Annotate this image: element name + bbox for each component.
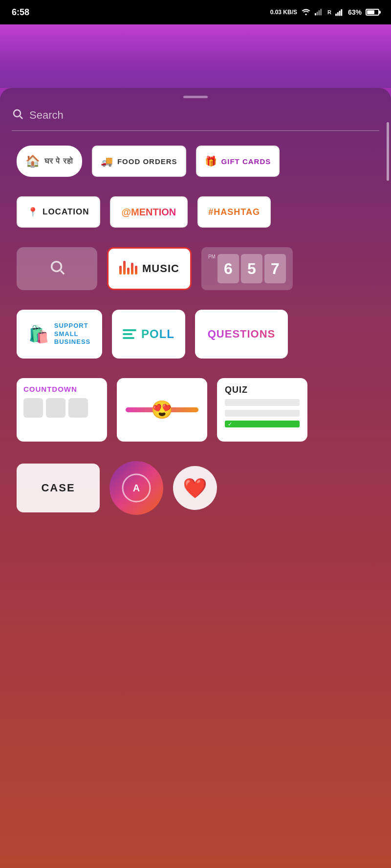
sticker-countdown[interactable]: COUNTDOWN: [17, 378, 107, 442]
check-icon: ✓: [228, 421, 232, 427]
wifi-icon: [301, 8, 311, 17]
sticker-heart[interactable]: ❤️: [173, 466, 217, 510]
scroll-indicator[interactable]: [387, 122, 389, 181]
gift-label: GIFT CARDS: [221, 157, 271, 166]
time-display: 6:58: [12, 7, 29, 18]
poll-label: POLL: [141, 327, 174, 341]
quiz-label: QUIZ: [225, 385, 300, 395]
search-sticker-icon: [49, 259, 65, 279]
status-bar: 6:58 0.03 KB/S R 63%: [0, 0, 391, 24]
network-speed: 0.03 KB/S: [270, 9, 297, 16]
top-background: [0, 24, 391, 88]
battery-icon: [366, 9, 379, 16]
sticker-time[interactable]: PM 6 5 7: [201, 247, 293, 290]
countdown-tile-3: [68, 398, 88, 418]
location-icon: 📍: [27, 207, 39, 217]
sticker-case[interactable]: CASE: [17, 464, 100, 512]
sticker-row-3: MUSIC PM 6 5 7: [12, 247, 379, 290]
search-icon: [12, 108, 23, 123]
svg-rect-4: [320, 9, 322, 16]
svg-point-9: [14, 110, 21, 117]
countdown-tile-2: [46, 398, 65, 418]
quiz-option-2: [225, 410, 300, 417]
quiz-option-correct: ✓: [225, 421, 300, 427]
hashtag-label: #HASHTAG: [208, 207, 260, 217]
svg-rect-2: [317, 12, 318, 16]
svg-rect-8: [341, 9, 342, 16]
sticker-support-small-business[interactable]: 🛍️ SUPPORTSMALLBUSINESS: [17, 310, 102, 359]
time-hour: 6: [217, 254, 239, 283]
sticker-hashtag[interactable]: #HASHTAG: [197, 196, 271, 228]
sticker-food-orders[interactable]: 🚚 FOOD ORDERS: [92, 146, 186, 177]
battery-percent: 63%: [348, 8, 362, 16]
svg-line-12: [61, 271, 64, 274]
circle-inner-icon: A: [122, 473, 151, 503]
svg-rect-6: [337, 12, 339, 16]
sticker-grid: 🏠 घर पे रहो 🚚 FOOD ORDERS 🎁 GIFT CARDS: [12, 146, 379, 525]
food-label: FOOD ORDERS: [117, 157, 177, 166]
signal-r-icon: R: [327, 9, 331, 15]
countdown-tile-1: [23, 398, 43, 418]
search-bar[interactable]: Search: [12, 108, 379, 131]
svg-line-10: [20, 116, 22, 119]
svg-text:A: A: [133, 483, 140, 493]
time-min2: 7: [264, 254, 286, 283]
case-label: CASE: [41, 482, 75, 494]
main-content: Search 🏠 घर पे रहो 🚚 FOOD ORDERS 🎁: [0, 24, 391, 868]
sticker-quiz[interactable]: QUIZ ✓: [217, 378, 307, 442]
svg-rect-3: [319, 10, 320, 16]
time-pm: PM: [208, 254, 216, 259]
slider-emoji: 😍: [151, 400, 173, 420]
sticker-music[interactable]: MUSIC: [107, 247, 192, 290]
sticker-gift-cards[interactable]: 🎁 GIFT CARDS: [196, 146, 280, 177]
ssb-label: SUPPORTSMALLBUSINESS: [54, 322, 90, 347]
questions-label: QUESTIONS: [208, 328, 276, 340]
sheet-handle: [183, 96, 208, 98]
svg-rect-1: [315, 13, 316, 16]
sticker-questions[interactable]: QUESTIONS: [195, 310, 288, 359]
sticker-ghar-pe-raho[interactable]: 🏠 घर पे रहो: [17, 146, 82, 177]
countdown-label: COUNTDOWN: [23, 385, 77, 393]
sticker-emoji-slider[interactable]: 😍: [117, 378, 207, 442]
gift-icon: 🎁: [205, 155, 217, 167]
music-label: MUSIC: [142, 262, 179, 275]
heart-icon: ❤️: [183, 477, 207, 500]
food-icon: 🚚: [101, 155, 113, 167]
signal2-icon: [335, 8, 344, 16]
svg-rect-5: [335, 14, 337, 16]
sticker-row-4: 🛍️ SUPPORTSMALLBUSINESS POLL QUESTIONS: [12, 310, 379, 359]
sticker-row-6: CASE A ❤️: [12, 461, 379, 525]
ssb-icon: 🛍️: [28, 324, 49, 344]
svg-point-11: [51, 261, 61, 271]
svg-point-0: [305, 14, 306, 15]
countdown-tiles: [23, 398, 88, 418]
sticker-row-1: 🏠 घर पे रहो 🚚 FOOD ORDERS 🎁 GIFT CARDS: [12, 146, 379, 177]
sticker-row-2: 📍 LOCATION @MENTION #HASHTAG: [12, 196, 379, 228]
status-icons: 0.03 KB/S R 63%: [270, 8, 379, 17]
ghar-label: घर पे रहो: [44, 157, 73, 166]
signal-icon: [315, 8, 324, 17]
sticker-search[interactable]: [17, 247, 97, 290]
sticker-location[interactable]: 📍 LOCATION: [17, 196, 100, 228]
svg-rect-7: [339, 11, 340, 16]
sticker-mention[interactable]: @MENTION: [110, 196, 188, 228]
location-label: LOCATION: [43, 207, 89, 217]
music-bars-icon: [119, 263, 137, 275]
time-min1: 5: [241, 254, 262, 283]
sticker-poll[interactable]: POLL: [112, 310, 185, 359]
quiz-option-1: [225, 399, 300, 406]
sticker-circle[interactable]: A: [109, 461, 163, 515]
poll-icon: [123, 329, 136, 339]
mention-label: @MENTION: [122, 207, 176, 218]
ghar-icon: 🏠: [25, 154, 41, 168]
sticker-picker-sheet: Search 🏠 घर पे रहो 🚚 FOOD ORDERS 🎁: [0, 88, 391, 868]
sticker-row-5: COUNTDOWN 😍 QUIZ: [12, 378, 379, 442]
search-placeholder: Search: [29, 109, 64, 122]
